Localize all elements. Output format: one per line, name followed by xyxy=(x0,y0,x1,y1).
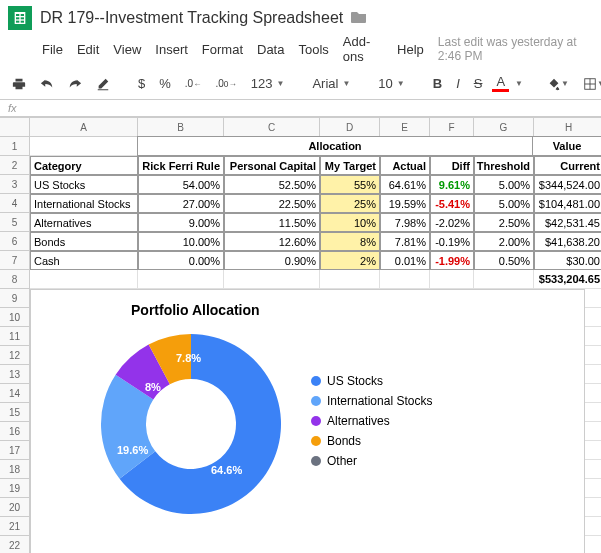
rick-0[interactable]: 54.00% xyxy=(138,175,224,194)
sheets-logo[interactable] xyxy=(8,6,32,30)
menu-data[interactable]: Data xyxy=(257,42,284,57)
target-3[interactable]: 8% xyxy=(320,232,380,251)
row-header-7[interactable]: 7 xyxy=(0,251,30,270)
row-header-9[interactable]: 9 xyxy=(0,289,30,308)
row-header-22[interactable]: 22 xyxy=(0,536,30,553)
actual-4[interactable]: 0.01% xyxy=(380,251,430,270)
cat-2[interactable]: Alternatives xyxy=(30,213,138,232)
cell[interactable] xyxy=(380,270,430,289)
col-header-A[interactable]: A xyxy=(30,118,138,137)
row-header-6[interactable]: 6 xyxy=(0,232,30,251)
row-header-11[interactable]: 11 xyxy=(0,327,30,346)
cell[interactable] xyxy=(30,270,138,289)
print-icon[interactable] xyxy=(8,75,30,93)
col-header-G[interactable]: G xyxy=(474,118,534,137)
dec00-btn[interactable]: .00→ xyxy=(211,76,240,91)
italic-btn[interactable]: I xyxy=(452,74,464,93)
diff-2[interactable]: -2.02% xyxy=(430,213,474,232)
total-value[interactable]: $533,204.65 xyxy=(534,270,601,289)
menu-addons[interactable]: Add-ons xyxy=(343,34,383,64)
row-header-1[interactable]: 1 xyxy=(0,137,30,156)
hdr-actual[interactable]: Actual xyxy=(380,156,430,175)
row-header-2[interactable]: 2 xyxy=(0,156,30,175)
value-header[interactable]: Value xyxy=(532,136,601,156)
rick-2[interactable]: 9.00% xyxy=(138,213,224,232)
currency-btn[interactable]: $ xyxy=(134,74,149,93)
row-header-8[interactable]: 8 xyxy=(0,270,30,289)
cat-0[interactable]: US Stocks xyxy=(30,175,138,194)
thr-3[interactable]: 2.00% xyxy=(474,232,534,251)
col-header-C[interactable]: C xyxy=(224,118,320,137)
hdr-pc[interactable]: Personal Capital xyxy=(224,156,320,175)
thr-1[interactable]: 5.00% xyxy=(474,194,534,213)
diff-1[interactable]: -5.41% xyxy=(430,194,474,213)
rick-1[interactable]: 27.00% xyxy=(138,194,224,213)
thr-4[interactable]: 0.50% xyxy=(474,251,534,270)
cur-4[interactable]: $30.00 xyxy=(534,251,601,270)
target-0[interactable]: 55% xyxy=(320,175,380,194)
thr-0[interactable]: 5.00% xyxy=(474,175,534,194)
row-header-16[interactable]: 16 xyxy=(0,422,30,441)
pc-4[interactable]: 0.90% xyxy=(224,251,320,270)
textcolor-btn[interactable]: A xyxy=(492,75,509,92)
font-select[interactable]: Arial▼ xyxy=(308,74,354,93)
strike-btn[interactable]: S xyxy=(470,74,487,93)
menu-format[interactable]: Format xyxy=(202,42,243,57)
col-header-H[interactable]: H xyxy=(534,118,601,137)
cell[interactable] xyxy=(474,270,534,289)
target-1[interactable]: 25% xyxy=(320,194,380,213)
row-header-18[interactable]: 18 xyxy=(0,460,30,479)
cell[interactable] xyxy=(320,270,380,289)
cell-a1[interactable] xyxy=(30,137,138,156)
paint-icon[interactable] xyxy=(92,75,114,93)
menu-edit[interactable]: Edit xyxy=(77,42,99,57)
hdr-rick[interactable]: Rick Ferri Rule xyxy=(138,156,224,175)
cat-1[interactable]: International Stocks xyxy=(30,194,138,213)
chart-portfolio[interactable]: Portfolio Allocation 64.6% 19.6% 8% 7.8%… xyxy=(30,289,585,553)
menu-help[interactable]: Help xyxy=(397,42,424,57)
font-size[interactable]: 10▼ xyxy=(374,74,408,93)
cat-3[interactable]: Bonds xyxy=(30,232,138,251)
cur-1[interactable]: $104,481.00 xyxy=(534,194,601,213)
hdr-current[interactable]: Current xyxy=(534,156,601,175)
diff-0[interactable]: 9.61% xyxy=(430,175,474,194)
pc-2[interactable]: 11.50% xyxy=(224,213,320,232)
hdr-target[interactable]: My Target xyxy=(320,156,380,175)
col-header-B[interactable]: B xyxy=(138,118,224,137)
num-format-btn[interactable]: 123▼ xyxy=(247,74,289,93)
corner-cell[interactable] xyxy=(0,117,30,137)
row-header-20[interactable]: 20 xyxy=(0,498,30,517)
rick-3[interactable]: 10.00% xyxy=(138,232,224,251)
row-header-4[interactable]: 4 xyxy=(0,194,30,213)
row-header-21[interactable]: 21 xyxy=(0,517,30,536)
hdr-threshold[interactable]: Threshold xyxy=(474,156,534,175)
col-header-D[interactable]: D xyxy=(320,118,380,137)
hdr-category[interactable]: Category xyxy=(30,156,138,175)
row-header-19[interactable]: 19 xyxy=(0,479,30,498)
folder-icon[interactable] xyxy=(351,10,367,27)
diff-3[interactable]: -0.19% xyxy=(430,232,474,251)
redo-icon[interactable] xyxy=(64,75,86,93)
undo-icon[interactable] xyxy=(36,75,58,93)
target-2[interactable]: 10% xyxy=(320,213,380,232)
row-header-17[interactable]: 17 xyxy=(0,441,30,460)
fill-icon[interactable]: ▼ xyxy=(543,75,573,93)
pc-1[interactable]: 22.50% xyxy=(224,194,320,213)
row-header-14[interactable]: 14 xyxy=(0,384,30,403)
rick-4[interactable]: 0.00% xyxy=(138,251,224,270)
menu-file[interactable]: File xyxy=(42,42,63,57)
actual-0[interactable]: 64.61% xyxy=(380,175,430,194)
percent-btn[interactable]: % xyxy=(155,74,175,93)
diff-4[interactable]: -1.99% xyxy=(430,251,474,270)
col-header-F[interactable]: F xyxy=(430,118,474,137)
actual-1[interactable]: 19.59% xyxy=(380,194,430,213)
cell[interactable] xyxy=(430,270,474,289)
cell[interactable] xyxy=(224,270,320,289)
actual-2[interactable]: 7.98% xyxy=(380,213,430,232)
cur-0[interactable]: $344,524.00 xyxy=(534,175,601,194)
cell[interactable] xyxy=(138,270,224,289)
menu-view[interactable]: View xyxy=(113,42,141,57)
dec0-btn[interactable]: .0← xyxy=(181,76,206,91)
target-4[interactable]: 2% xyxy=(320,251,380,270)
pc-3[interactable]: 12.60% xyxy=(224,232,320,251)
